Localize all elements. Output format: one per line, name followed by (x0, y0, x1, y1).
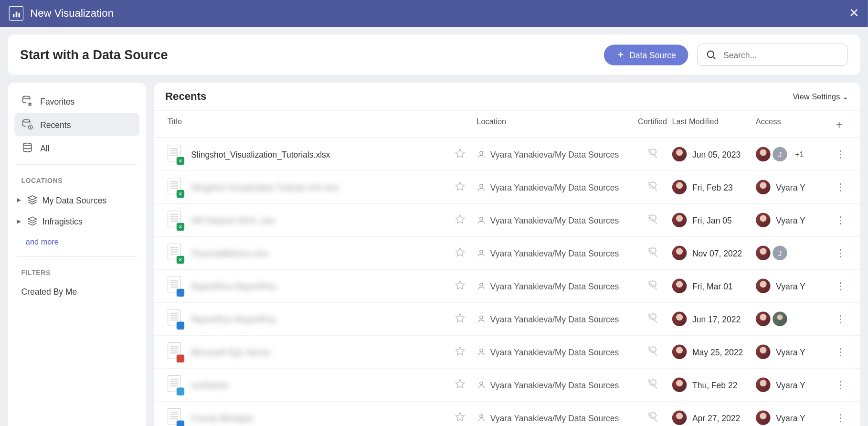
row-certified (633, 246, 672, 260)
person-icon (476, 314, 486, 323)
row-more-button[interactable]: ⋮ (836, 247, 845, 258)
file-name: Slingshot_Visualization_Tutorials.xlsx (191, 149, 455, 159)
file-icon (168, 375, 183, 394)
file-icon (168, 342, 183, 362)
row-access: Vyara Y (756, 377, 823, 392)
row-location: Vyara Yanakieva/My Data Sources (476, 248, 633, 258)
locations-section-label: LOCATIONS (14, 169, 139, 189)
table-row[interactable]: ReportPlus ReportPlusVyara Yanakieva/My … (154, 303, 860, 336)
row-access: Vyara Y (756, 213, 823, 227)
chart-icon (9, 6, 23, 21)
table-row[interactable]: XFinancialMetrics.xlsxVyara Yanakieva/My… (154, 237, 860, 270)
toolbar: Start with a Data Source Data Source (8, 34, 860, 75)
row-access: Vyara Y (756, 344, 823, 359)
col-certified[interactable]: Certified (633, 117, 672, 132)
row-location: Vyara Yanakieva/My Data Sources (476, 281, 633, 291)
avatar (672, 377, 686, 392)
row-access: Vyara Y (756, 278, 823, 293)
row-last-modified: Nov 07, 2022 (672, 245, 755, 260)
filter-created-by-me[interactable]: Created By Me (14, 281, 139, 302)
col-last-modified[interactable]: Last Modified (672, 117, 755, 132)
svg-point-6 (480, 184, 483, 187)
tree-my-data-sources[interactable]: ▸ My Data Sources (14, 189, 139, 210)
row-access: Vyara Y (756, 410, 823, 425)
star-icon[interactable] (455, 246, 466, 257)
row-more-button[interactable]: ⋮ (836, 214, 845, 225)
row-more-button[interactable]: ⋮ (836, 181, 845, 192)
row-more-button[interactable]: ⋮ (836, 412, 845, 423)
database-star-icon (21, 95, 33, 107)
avatar (672, 147, 686, 161)
stack-icon (27, 194, 38, 205)
search-input[interactable] (723, 50, 839, 60)
star-icon[interactable] (455, 181, 466, 192)
star-icon[interactable] (455, 312, 466, 323)
add-column-button[interactable]: ＋ (834, 118, 845, 130)
view-settings-label: View Settings (793, 92, 840, 101)
row-more-button[interactable]: ⋮ (836, 379, 845, 390)
add-data-source-button[interactable]: Data Source (603, 44, 688, 65)
tree-infragistics[interactable]: ▸ Infragistics (14, 211, 139, 232)
window-header: New Visualization ✕ (0, 0, 868, 27)
col-title[interactable]: Title (165, 117, 455, 132)
sidebar-all-label: All (40, 143, 49, 153)
database-icon (21, 142, 33, 154)
row-more-button[interactable]: ⋮ (836, 346, 845, 357)
star-icon[interactable] (455, 279, 466, 290)
person-icon (476, 215, 486, 224)
table-row[interactable]: northwindVyara Yanakieva/My Data Sources… (154, 369, 860, 402)
avatar (672, 344, 686, 359)
view-settings-button[interactable]: View Settings ⌄ (793, 92, 849, 101)
person-icon (476, 380, 486, 389)
row-access (756, 311, 823, 326)
file-name: Slingshot Visualization Tutorial vXX.xls… (191, 182, 455, 192)
svg-point-11 (480, 349, 483, 351)
svg-point-8 (480, 250, 483, 253)
close-button[interactable]: ✕ (849, 6, 859, 21)
table-row[interactable]: XSlingshot_Visualization_Tutorials.xlsxV… (154, 138, 860, 171)
row-more-button[interactable]: ⋮ (836, 280, 845, 291)
divider (17, 164, 138, 165)
row-last-modified: Jun 17, 2022 (672, 311, 755, 326)
table-row[interactable]: Microsoft SQL ServerVyara Yanakieva/My D… (154, 336, 860, 369)
star-icon[interactable] (455, 213, 466, 224)
table-row[interactable]: ReportPlus ReportPlusVyara Yanakieva/My … (154, 270, 860, 303)
sidebar-recents-label: Recents (40, 120, 71, 129)
sidebar-item-recents[interactable]: Recents (14, 113, 139, 136)
row-certified (633, 312, 672, 326)
star-icon[interactable] (455, 148, 466, 159)
row-last-modified: Jun 05, 2023 (672, 147, 755, 161)
row-last-modified: Fri, Jan 05 (672, 213, 755, 227)
person-icon (476, 248, 486, 257)
file-icon: X (168, 211, 183, 230)
col-location[interactable]: Location (476, 117, 633, 132)
table-row[interactable]: County MichiganVyara Yanakieva/My Data S… (154, 402, 860, 426)
caret-icon: ▸ (17, 195, 22, 205)
certified-off-icon (646, 246, 659, 258)
search-box[interactable] (697, 43, 848, 66)
file-name: FinancialMetrics.xlsx (191, 248, 455, 258)
sidebar-item-all[interactable]: All (14, 136, 139, 160)
tree-infragistics-label: Infragistics (42, 216, 83, 226)
add-data-source-label: Data Source (629, 50, 676, 60)
file-icon: X (168, 244, 183, 263)
table-body: XSlingshot_Visualization_Tutorials.xlsxV… (154, 138, 860, 426)
row-more-button[interactable]: ⋮ (836, 149, 845, 160)
and-more-link[interactable]: and more (14, 232, 139, 252)
file-icon: X (168, 145, 183, 164)
certified-off-icon (646, 312, 659, 324)
person-icon (476, 149, 486, 159)
tree-my-data-sources-label: My Data Sources (42, 195, 106, 205)
table-row[interactable]: XSlingshot Visualization Tutorial vXX.xl… (154, 171, 860, 204)
sidebar-item-favorites[interactable]: Favorites (14, 89, 139, 113)
star-icon[interactable] (455, 345, 466, 356)
svg-point-9 (480, 283, 483, 286)
row-location: Vyara Yanakieva/My Data Sources (476, 215, 633, 225)
col-access[interactable]: Access (756, 117, 823, 132)
row-more-button[interactable]: ⋮ (836, 313, 845, 324)
svg-point-10 (480, 316, 483, 319)
main-panel: Recents View Settings ⌄ Title Location C… (154, 83, 860, 426)
table-row[interactable]: XHR Dataset 201X .xlsxVyara Yanakieva/My… (154, 204, 860, 237)
star-icon[interactable] (455, 378, 466, 389)
star-icon[interactable] (455, 411, 466, 422)
